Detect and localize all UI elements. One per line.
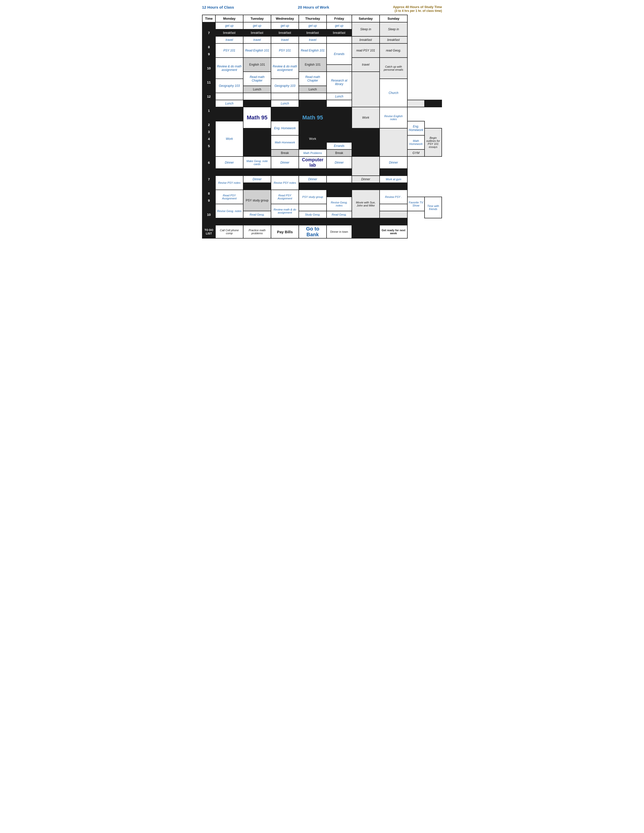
saturday-cell <box>380 211 407 218</box>
time-cell: 11 <box>202 79 216 86</box>
time-cell <box>202 36 216 43</box>
friday-time-friends <box>327 183 352 197</box>
friday-cell: Lunch <box>327 93 352 100</box>
friday-cell: get up <box>327 22 352 29</box>
tuesday-cell: Read math Chapter <box>243 72 271 86</box>
wednesday-cell: Geography 103 <box>271 79 299 93</box>
col-monday: Monday <box>216 15 243 22</box>
monday-cell: Work <box>216 121 243 156</box>
time-cell: 5 <box>202 142 216 150</box>
saturday-cell: Sleep in <box>352 22 380 36</box>
wednesday-cell <box>271 169 299 176</box>
time-cell: 10 <box>202 64 216 72</box>
thursday-cell: get up <box>299 22 327 29</box>
thursday-fav-tv: Favorite TV Show <box>407 197 425 211</box>
sunday-cell: Begin outlines for PSY 101 essays <box>425 128 442 156</box>
wednesday-work-cell: Work <box>299 128 327 150</box>
table-row: Review & do math assignment English 101 … <box>202 58 442 64</box>
time-cell: 2 <box>202 121 216 128</box>
thursday-cell: Lunch <box>299 86 327 93</box>
todo-friday: Dinner in town <box>327 225 352 238</box>
saturday-cell <box>327 64 352 72</box>
table-row: travel travel travel travel breakfast br… <box>202 36 442 43</box>
wednesday-cell: Review & do math assignment <box>271 58 299 79</box>
monday-cell <box>216 107 243 121</box>
monday-cell: Review & do math assignment <box>216 58 243 79</box>
saturday-cell: read PSY 101 <box>352 43 380 58</box>
table-row: get up get up get up get up get up Sleep… <box>202 22 442 29</box>
tuesday-cell <box>243 100 271 107</box>
time-cell <box>202 58 216 64</box>
sunday-review-psy: Review PSY . <box>380 190 407 204</box>
thursday-cell: travel <box>299 36 327 43</box>
sunday-cell <box>425 100 442 107</box>
sunday-cell: read Geog. <box>380 43 407 58</box>
sunday-cell: Church <box>380 79 407 107</box>
friday-time-friends: Time with friends <box>425 197 442 218</box>
thursday-cell <box>299 100 327 107</box>
table-row: 6 Dinner Make Geog. note cards Dinner Co… <box>202 156 442 169</box>
tuesday-cell: get up <box>243 22 271 29</box>
monday-cell <box>216 93 243 100</box>
todo-saturday <box>352 225 380 238</box>
wednesday-cell: breakfast <box>271 29 299 36</box>
todo-row: TO DOLIST Call Cell phone comp Practice … <box>202 225 442 238</box>
monday-revise-psy: Revise PSY notes <box>216 176 243 190</box>
col-saturday: Saturday <box>352 15 380 22</box>
thursday-psy-study: PSY study group <box>299 190 327 204</box>
friday-cell: Research at library <box>327 72 352 93</box>
thursday-cell <box>299 183 327 190</box>
saturday-cell: travel <box>352 58 380 72</box>
time-cell <box>202 114 216 121</box>
thursday-dinner: Dinner <box>299 176 327 183</box>
thursday-break: Break <box>327 150 352 156</box>
sunday-cell: Revise English notes <box>380 107 407 128</box>
friday-cell <box>327 100 352 107</box>
sunday-cell <box>380 218 407 225</box>
time-cell: 7 <box>202 29 216 36</box>
col-time: Time <box>202 15 216 22</box>
sunday-work-gym: Work at gym <box>380 176 407 183</box>
thursday-cell <box>352 128 380 150</box>
class-hours-label: 12 Hours of Class <box>202 5 234 13</box>
wednesday-cell <box>271 107 299 121</box>
time-cell <box>202 169 216 176</box>
sunday-dinner: Dinner <box>380 156 407 169</box>
schedule-table: Time Monday Tuesday Wednesday Thursday F… <box>202 14 442 238</box>
tuesday-cell <box>243 183 271 190</box>
time-cell <box>202 204 216 211</box>
thursday-cell: Read math Chapter <box>299 72 327 86</box>
monday-dinner: Dinner <box>216 156 243 169</box>
monday-read-psy: Read PSY Assignment <box>216 190 243 204</box>
thursday-cell <box>299 169 327 176</box>
friday-cell <box>327 107 352 142</box>
sunday-cell: Sleep in <box>380 22 407 36</box>
wednesday-revise-geog: Revise Geog. notes <box>327 197 352 211</box>
wednesday-math-problems: Math Problems <box>299 150 327 156</box>
time-cell: 10 <box>202 211 216 218</box>
thursday-cell: Read English 101 <box>299 43 327 58</box>
tuesday-cell: Read English 101 <box>243 43 271 58</box>
work-hours-label: 20 Hours of Work <box>298 5 329 13</box>
time-cell <box>202 86 216 93</box>
table-row <box>202 218 442 225</box>
friday-cell: Errands <box>327 43 352 64</box>
col-tuesday: Tuesday <box>243 15 271 22</box>
saturday-cell <box>380 128 407 156</box>
friday-cell <box>327 36 352 43</box>
col-sunday: Sunday <box>380 15 407 22</box>
todo-label: TO DOLIST <box>202 225 216 238</box>
saturday-movie: Movie with Sue, John and Mike <box>352 190 380 218</box>
monday-cell: breakfast <box>216 29 243 36</box>
monday-cell <box>216 169 243 176</box>
tuesday-read-geog: Read Geog. <box>243 211 271 218</box>
friday-dinner: Dinner <box>327 156 352 169</box>
tuesday-cell: breakfast <box>243 29 271 36</box>
time-cell: 9 <box>202 50 216 58</box>
tuesday-cell <box>243 93 271 100</box>
saturday-dinner: Dinner <box>352 176 380 183</box>
monday-cell: Geography 103 <box>216 79 243 93</box>
saturday-cell <box>352 218 380 225</box>
saturday-cell: Work <box>352 107 380 128</box>
tuesday-cell <box>243 128 271 150</box>
